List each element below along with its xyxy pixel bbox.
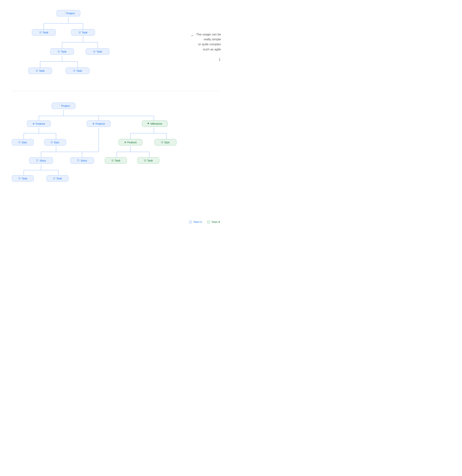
d2-epic3-label: Epic: [164, 141, 170, 144]
d2-feat2-label: Feature: [96, 122, 105, 125]
d1-task1-icon: ☑: [39, 31, 42, 34]
annotation-line1: The usage can be: [196, 32, 221, 37]
d2-task-g2-label: Task: [147, 159, 153, 162]
annotation-arrow-down: ↓: [191, 54, 221, 63]
d2-story1-node: 🗒 Story: [29, 157, 53, 164]
d1-task2-node: ☑ Task: [71, 29, 95, 36]
d1-task6-node: ☑ Task: [66, 68, 89, 74]
d1-project-node: 📄 Project: [57, 10, 80, 17]
d2-task2-node: ☑ Task: [47, 175, 68, 182]
annotation-line2: really simple: [196, 37, 221, 42]
d2-epic2-label: Epic: [54, 141, 59, 144]
d2-project-label: Project: [61, 104, 70, 107]
d2-task1-node: ☑ Task: [12, 175, 34, 182]
legend-team-a-label: Team A: [193, 221, 202, 223]
d1-task5-label: Task: [39, 69, 45, 72]
d2-task2-label: Task: [56, 177, 62, 180]
d1-task4-label: Task: [97, 50, 102, 53]
d2-feat1-node: ⊕ Feature: [27, 120, 51, 127]
legend-team-b-label: Team B: [211, 221, 220, 223]
legend-swatch-blue: [189, 221, 192, 223]
d2-story2-node: 🗒 Story: [70, 157, 94, 164]
annotation-line3: or quite complex: [196, 42, 221, 47]
d2-story1-label: Story: [40, 159, 46, 162]
section-divider: [11, 91, 219, 91]
d2-task-g2-node: ☑ Task: [137, 157, 159, 164]
d2-epic2-node: ☑ Epic: [44, 139, 66, 145]
d2-milestone-node: ⚑ Milestone: [142, 120, 168, 127]
legend-swatch-green: [207, 221, 210, 223]
d1-task3-node: ☑ Task: [50, 48, 74, 55]
d1-task2-icon: ☑: [79, 31, 81, 34]
d1-task5-node: ☑ Task: [28, 68, 52, 74]
d1-project-label: Project: [66, 12, 75, 15]
annotation-block: ← The usage can be really simple or quit…: [191, 32, 221, 63]
d2-milestone-label: Milestone: [151, 122, 162, 125]
d1-task5-icon: ☑: [36, 69, 38, 72]
d2-epic1-label: Epic: [22, 141, 27, 144]
d2-feat2-node: ⊕ Feature: [87, 120, 110, 127]
d1-task4-icon: ☑: [93, 50, 95, 53]
d2-feat3-node: ⊕ Feature: [119, 139, 142, 145]
d1-task6-label: Task: [76, 69, 82, 72]
d2-epic1-node: ☑ Epic: [12, 139, 34, 145]
d1-task1-label: Task: [43, 31, 48, 34]
d1-task4-node: ☑ Task: [86, 48, 109, 55]
d1-task6-icon: ☑: [73, 69, 75, 72]
annotation-arrow: ←: [191, 32, 195, 39]
legend-team-b: Team B: [207, 221, 220, 223]
d1-project-icon: 📄: [62, 12, 65, 15]
d2-story2-label: Story: [81, 159, 87, 162]
d2-feat3-label: Feature: [127, 141, 137, 144]
legend: Team A Team B: [189, 221, 220, 223]
d2-feat1-label: Feature: [36, 122, 45, 125]
d2-task-g1-label: Task: [115, 159, 120, 162]
d1-task2-label: Task: [82, 31, 88, 34]
legend-team-a: Team A: [189, 221, 202, 223]
d2-epic3-node: ☑ Epic: [155, 139, 176, 145]
d1-task1-node: ☑ Task: [32, 29, 56, 36]
annotation-line4: such as agile: [196, 47, 221, 52]
d1-task3-label: Task: [61, 50, 67, 53]
d2-task-g1-node: ☑ Task: [105, 157, 127, 164]
d2-project-node: 📄 Project: [52, 102, 75, 109]
d1-task3-icon: ☑: [58, 50, 60, 53]
d2-task1-label: Task: [22, 177, 27, 180]
